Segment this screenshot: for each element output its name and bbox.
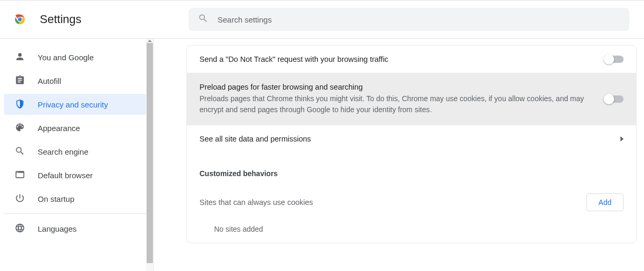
sidebar-item-languages[interactable]: Languages [4, 218, 153, 239]
sidebar-item-label: Privacy and security [38, 100, 108, 109]
globe-icon [15, 223, 25, 235]
settings-panel: Send a "Do Not Track" request with your … [186, 45, 637, 243]
add-button[interactable]: Add [586, 193, 624, 211]
search-input[interactable] [218, 15, 620, 24]
sidebar-item-privacy-security[interactable]: Privacy and security [4, 94, 153, 115]
search-icon [15, 146, 25, 158]
empty-message: No sites added [187, 221, 636, 243]
clipboard-icon [15, 75, 25, 87]
content: Send a "Do Not Track" request with your … [154, 39, 644, 271]
row-title: Send a "Do Not Track" request with your … [199, 55, 592, 63]
sidebar-item-default-browser[interactable]: Default browser [4, 165, 153, 186]
toggle-knob [604, 54, 614, 64]
row-do-not-track[interactable]: Send a "Do Not Track" request with your … [187, 46, 636, 73]
row-label: Sites that can always use cookies [199, 198, 313, 207]
sidebar-item-label: Search engine [38, 147, 88, 156]
page-title: Settings [40, 13, 82, 26]
sidebar-item-search-engine[interactable]: Search engine [4, 141, 153, 162]
svg-point-1 [18, 17, 22, 21]
search-box[interactable] [188, 8, 629, 31]
power-icon [15, 193, 25, 205]
divider [4, 213, 153, 214]
sidebar: You and Google Autofill Privacy and secu… [0, 39, 154, 271]
toggle-preload-pages[interactable] [605, 95, 624, 103]
sidebar-item-label: On startup [38, 194, 74, 203]
chevron-right-icon [620, 136, 624, 142]
person-icon [15, 51, 25, 63]
browser-icon [15, 169, 25, 181]
scroll-up-icon[interactable] [148, 40, 152, 42]
toggle-do-not-track[interactable] [605, 56, 624, 63]
sidebar-item-autofill[interactable]: Autofill [4, 70, 153, 91]
sidebar-item-appearance[interactable]: Appearance [4, 117, 153, 138]
scrollbar[interactable] [146, 39, 153, 271]
sidebar-item-label: Appearance [38, 124, 80, 133]
topbar: Settings [0, 0, 644, 39]
row-preload-pages[interactable]: Preload pages for faster browsing and se… [187, 73, 636, 125]
row-title: Preload pages for faster browsing and se… [199, 83, 592, 91]
section-heading: Customized behaviors [187, 153, 636, 184]
row-subtitle: Preloads pages that Chrome thinks you mi… [199, 93, 592, 115]
row-site-data[interactable]: See all site data and permissions [187, 125, 636, 153]
toggle-knob [604, 94, 614, 104]
sidebar-item-label: Languages [38, 224, 76, 233]
sidebar-item-you-and-google[interactable]: You and Google [4, 47, 153, 68]
row-title: See all site data and permissions [199, 135, 608, 143]
sidebar-item-label: Autofill [38, 77, 61, 85]
palette-icon [15, 122, 25, 134]
search-icon [198, 13, 208, 26]
sidebar-item-on-startup[interactable]: On startup [4, 188, 153, 209]
chrome-logo-icon [13, 12, 27, 27]
shield-icon [15, 99, 25, 111]
row-sites-always-cookies: Sites that can always use cookies Add [187, 184, 636, 221]
scroll-thumb[interactable] [147, 43, 153, 263]
sidebar-item-label: You and Google [38, 53, 94, 62]
sidebar-item-label: Default browser [38, 171, 93, 180]
